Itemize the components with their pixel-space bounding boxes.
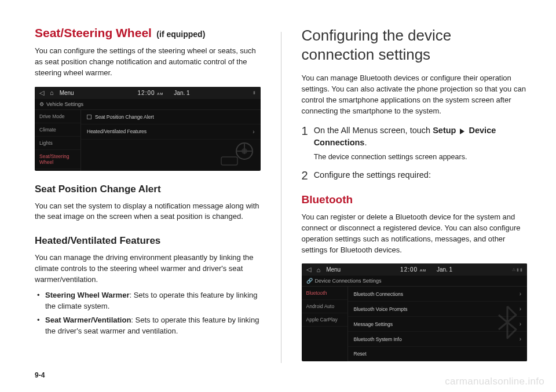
clock: 12:00 AM: [138, 90, 164, 96]
sidebar-item: Climate: [35, 123, 81, 137]
shot-subtitle: ⚙Vehicle Settings: [35, 99, 261, 110]
step-number: 1: [302, 124, 308, 161]
shot-subtitle: 🔗Device Connections Settings: [302, 276, 528, 287]
sidebar-item: Apple CarPlay: [302, 313, 348, 327]
heading-suffix: (if equipped): [156, 30, 205, 39]
back-icon: ◁: [306, 266, 311, 273]
shot-sidebar: Drive Mode Climate Lights Seat/Steering …: [35, 110, 81, 171]
back-icon: ◁: [39, 89, 44, 97]
subheading: Heated/Ventilated Features: [35, 235, 261, 247]
checkbox-icon: [87, 115, 92, 119]
main-item: Seat Position Change Alert: [81, 110, 261, 124]
paragraph: You can set the system to display a noti…: [35, 201, 261, 223]
step-2: 2 Configure the settings required:: [302, 169, 528, 182]
shot-main: Seat Position Change Alert Heated/Ventil…: [81, 110, 261, 171]
home-icon: ⌂: [317, 266, 321, 273]
sidebar-item: Android Auto: [302, 300, 348, 313]
main-item: Bluetooth Connections›: [348, 287, 528, 302]
section-heading: Configuring the device connection settin…: [302, 26, 528, 64]
step-1: 1 On the All Menus screen, touch Setup D…: [302, 124, 528, 161]
heading-main: Seat/Steering Wheel: [35, 26, 152, 39]
bullet-item: Seat Warmer/Ventilation: Sets to operate…: [45, 315, 261, 337]
step-text: On the All Menus screen, touch Setup Dev…: [314, 124, 527, 148]
vehicle-settings-screenshot: ◁ ⌂ Menu 12:00 AM Jan. 1 ▮ ⚙Vehicle Sett…: [35, 87, 261, 171]
status-icons: ▮: [253, 90, 255, 95]
main-item: Reset: [348, 347, 528, 361]
shot-titlebar: ◁ ⌂ Menu 12:00 AM Jan. 1 ▮: [35, 87, 261, 99]
sidebar-item: Lights: [35, 137, 81, 150]
svg-rect-2: [221, 157, 237, 165]
subheading: Seat Position Change Alert: [35, 184, 261, 195]
subheading-red: Bluetooth: [302, 193, 353, 206]
bullet-list: Steering Wheel Warmer: Sets to operate t…: [35, 290, 261, 337]
watermark: carmanualsonline.info: [445, 376, 544, 387]
menu-label: Menu: [60, 90, 74, 96]
date: Jan. 1: [174, 90, 189, 96]
step-number: 2: [302, 169, 308, 182]
bluetooth-illustration: [492, 301, 524, 344]
left-column: Seat/Steering Wheel (if equipped) You ca…: [35, 26, 261, 375]
page-number: 9-4: [35, 371, 45, 379]
right-column: Configuring the device connection settin…: [302, 26, 528, 375]
shot-main: Bluetooth Connections› Bluetooth Voice P…: [348, 287, 528, 361]
section-heading: Seat/Steering Wheel (if equipped): [35, 26, 261, 40]
chevron-right-icon: ›: [253, 129, 254, 135]
steering-wheel-illustration: [220, 138, 255, 167]
step-subtext: The device connection settings screen ap…: [314, 153, 527, 161]
sidebar-item-active: Bluetooth: [302, 287, 348, 300]
shot-titlebar: ◁ ⌂ Menu 12:00 AM Jan. 1 ⚠ ▮ ▮: [302, 263, 528, 276]
link-icon: 🔗: [306, 278, 313, 284]
intro-paragraph: You can configure the settings of the st…: [35, 46, 261, 79]
sidebar-item-active: Seat/Steering Wheel: [35, 150, 81, 169]
clock: 12:00 AM: [400, 266, 426, 273]
gear-icon: ⚙: [39, 101, 44, 107]
column-divider: [281, 32, 281, 363]
device-connections-screenshot: ◁ ⌂ Menu 12:00 AM Jan. 1 ⚠ ▮ ▮ 🔗Device C…: [302, 263, 528, 361]
intro-paragraph: You can manage Bluetooth devices or conf…: [302, 73, 528, 116]
home-icon: ⌂: [50, 89, 54, 96]
paragraph: You can register or delete a Bluetooth d…: [302, 212, 528, 255]
sidebar-item: Drive Mode: [35, 110, 81, 123]
date: Jan. 1: [437, 266, 452, 273]
menu-label: Menu: [326, 266, 341, 273]
main-item: Heated/Ventilated Features ›: [81, 124, 261, 140]
paragraph: You can manage the driving environment p…: [35, 252, 261, 285]
status-icons: ⚠ ▮ ▮: [512, 268, 522, 272]
step-text: Configure the settings required:: [314, 169, 431, 182]
bullet-item: Steering Wheel Warmer: Sets to operate t…: [45, 290, 261, 312]
chevron-right-icon: [460, 129, 464, 134]
chevron-right-icon: ›: [520, 291, 521, 297]
shot-sidebar: Bluetooth Android Auto Apple CarPlay: [302, 287, 348, 361]
